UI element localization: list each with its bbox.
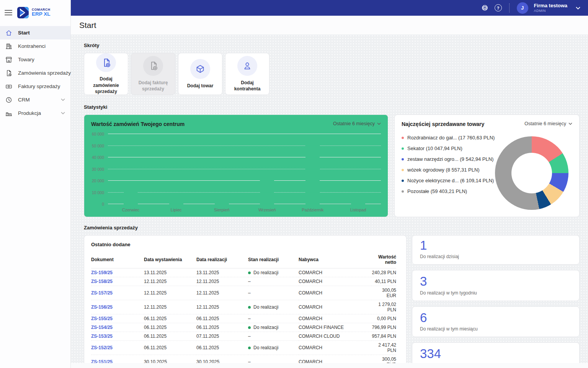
stat-value: 334 [420,346,572,361]
orders-stats-column: 1Do realizacji dzisiaj3Do realizacji w t… [412,235,580,368]
legend-ring-icon [402,180,404,182]
legend-ring-icon [402,137,404,139]
document-link[interactable]: ZS-156/25 [91,304,113,310]
buyer: COMARCH [299,341,371,355]
document-link[interactable]: ZS-155/25 [91,316,113,321]
bar-chart-title: Wartość zamówień Twojego centrum [91,121,185,127]
shortcut-label: Dodaj towar [185,83,216,89]
menu-toggle-icon[interactable] [5,10,12,15]
issue-date: 06.11.2025 [144,314,196,323]
sidebar-item-label: CRM [18,97,30,103]
issue-date: 06.11.2025 [144,323,196,332]
x-tick-label: Czerwiec [108,208,154,212]
stat-card-do-realizacji-dzisiaj: 1Do realizacji dzisiaj [412,235,580,265]
legend-label: Sekator (10 047,94 PLN) [407,146,462,151]
page-title: Start [79,21,96,30]
sidebar-item-zam-wienia-sprzeda-y[interactable]: Zamówienia sprzedaży [0,66,70,80]
y-tick-label: 60 000 [92,132,104,136]
bar-listopad [351,199,365,204]
buyer: COMARCH [299,286,371,300]
section-shortcuts-label: Skróty [84,43,580,48]
document-plus-icon [143,56,163,76]
status-label: Do realizacji [253,325,278,330]
document-link[interactable]: ZS-157/25 [91,290,113,296]
company-name: Firma testowa [534,3,567,9]
sidebar-item-faktury-sprzeda-y[interactable]: Faktury sprzedaży [0,80,70,93]
stat-label: Do realizacji w tym miesiącu [420,326,572,332]
y-tick-label: 20 000 [92,178,104,183]
avatar[interactable]: J [517,2,528,14]
section-stats-label: Statystyki [84,104,580,110]
stat-label: Do realizacji dzisiaj [420,254,572,259]
realization-date: 13.11.2025 [196,268,248,277]
status-dot-icon [248,347,251,349]
legend-ring-icon [402,190,404,193]
bar-chart-x-axis: CzerwiecLipiecSierpieńWrzesieńPaździerni… [108,208,381,212]
shortcut-dodaj-zamówienie-sprzedaży[interactable]: Dodaj zamówienie sprzedaży [84,53,128,95]
sidebar-item-crm[interactable]: CRM [0,93,70,106]
document-link[interactable]: ZS-158/25 [91,279,113,284]
document-link[interactable]: ZS-152/25 [91,345,113,350]
pie-chart-title: Najczęściej sprzedawane towary [402,121,484,127]
x-tick-label: Lipiec [154,208,199,212]
shortcut-dodaj-towar[interactable]: Dodaj towar [178,53,222,95]
page-header: Start [71,16,588,34]
document-plus-icon [96,53,116,72]
status-cell: Do realizacji [248,323,299,332]
table-row: ZS-155/2506.11.202506.11.2025–COMARCH0,0… [91,314,396,323]
table-row: ZS-159/2513.11.202513.11.2025Do realizac… [91,268,396,277]
column-header: Wartość netto [371,253,396,268]
legend-item: Rozdrabniacz do gał... (17 760,63 PLN) [402,135,495,141]
status-cell: – [248,277,299,286]
bar-chart-period-select[interactable]: Ostatnie 6 miesięcy [333,121,381,126]
issue-date: 12.11.2025 [144,300,196,314]
invoice-icon [5,83,13,90]
realization-date: 06.11.2025 [196,341,248,355]
column-header: Data realizacji [196,253,248,268]
sidebar-item-towary[interactable]: Towary [0,53,70,66]
document-link[interactable]: ZS-159/25 [91,270,113,275]
apps-globe-icon[interactable] [480,3,490,13]
sidebar-item-label: Kontrahenci [18,43,46,49]
issue-date: 13.11.2025 [144,268,196,277]
production-icon [5,110,13,117]
pie-chart-period-select[interactable]: Ostatnie 6 miesięcy [524,121,572,126]
sidebar-item-label: Zamówienia sprzedaży [18,70,71,76]
document-link[interactable]: ZS-153/25 [91,334,113,339]
bar-chart-y-axis: 010 00020 00030 00040 00050 00060 000 [91,134,108,204]
column-header: Nabywca [299,253,371,268]
sidebar-nav: StartKontrahenciTowaryZamówienia sprzeda… [0,26,70,120]
net-value: 2 417,42 PLN [371,341,396,355]
bottom-strip [71,363,588,368]
net-value: 1 279,02 PLN [371,300,396,314]
x-tick-label: Październik [290,208,335,212]
realization-date: 12.11.2025 [196,286,248,300]
buyer: COMARCH [299,268,371,277]
table-row: ZS-153/2506.11.202507.11.2025–COMARCH CL… [91,332,396,341]
legend-ring-icon [402,147,404,150]
sidebar-item-kontrahenci[interactable]: Kontrahenci [0,39,70,53]
net-value: 300,05 EUR [371,286,396,300]
chevron-down-icon[interactable] [61,98,65,101]
column-header: Stan realizacji [248,253,299,268]
chevron-down-icon[interactable] [576,7,580,10]
main-content: Skróty Dodaj zamówienie sprzedażyDodaj f… [71,34,588,368]
sidebar-item-produkcja[interactable]: Produkcja [0,106,70,120]
shortcut-label: Dodaj kontrahenta [225,80,269,92]
document-link[interactable]: ZS-154/25 [91,325,113,330]
user-menu[interactable]: Firma testowa ADMIN [534,3,567,13]
stat-card-do-realizacji-w-tym-tygodniu: 3Do realizacji w tym tygodniu [412,270,580,301]
orders-table: DokumentData wystawieniaData realizacjiS… [91,253,396,368]
legend-label: Rozdrabniacz do gał... (17 760,63 PLN) [407,135,495,141]
realization-date: 12.11.2025 [196,300,248,314]
chevron-down-icon[interactable] [61,112,65,114]
status-cell: Do realizacji [248,341,299,355]
stat-value: 3 [420,273,572,289]
sidebar-item-start[interactable]: Start [0,26,70,39]
realization-date: 06.11.2025 [196,323,248,332]
legend-item: Sekator (10 047,94 PLN) [402,146,495,151]
shortcut-dodaj-kontrahenta[interactable]: Dodaj kontrahenta [225,53,270,95]
buyer: COMARCH CLOUD [299,332,371,341]
help-icon[interactable]: ? [495,4,502,11]
status-label: Do realizacji [253,270,278,275]
